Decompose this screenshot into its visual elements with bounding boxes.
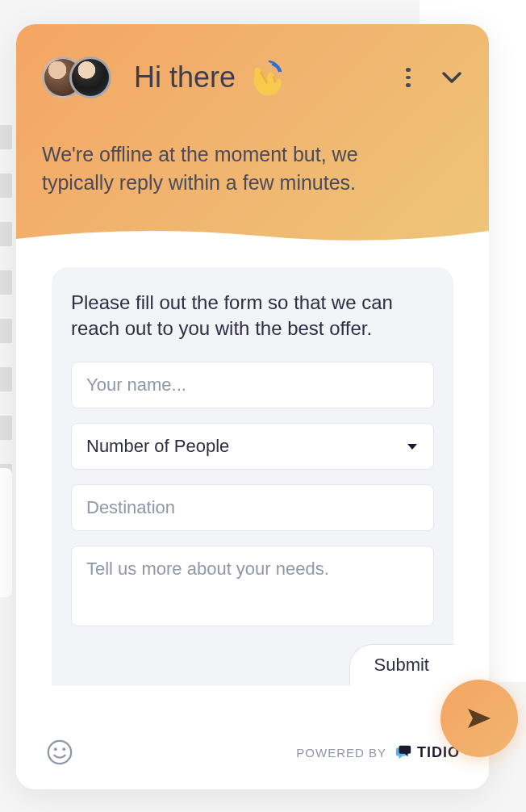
header-left: Hi there	[42, 57, 284, 98]
name-input[interactable]	[71, 362, 434, 408]
caret-down-icon	[406, 440, 419, 453]
status-message: We're offline at the moment but, we typi…	[42, 140, 463, 197]
wave-icon	[245, 58, 284, 97]
chat-body: Please fill out the form so that we can …	[16, 246, 489, 701]
form-intro-text: Please fill out the form so that we can …	[71, 290, 434, 342]
send-button[interactable]	[440, 680, 518, 757]
people-select[interactable]: Number of People	[71, 423, 434, 470]
greeting-text: Hi there	[134, 61, 236, 94]
form-message-bubble: Please fill out the form so that we can …	[52, 267, 453, 685]
powered-by[interactable]: POWERED BY TIDIO	[296, 743, 460, 761]
emoji-icon	[46, 739, 73, 766]
chat-header: Hi there	[16, 24, 489, 246]
needs-textarea[interactable]	[71, 546, 434, 626]
page-background-block	[0, 468, 12, 597]
wave-divider	[16, 224, 489, 247]
powered-by-label: POWERED BY	[296, 746, 386, 760]
people-select-label: Number of People	[86, 436, 229, 457]
destination-input[interactable]	[71, 484, 434, 531]
emoji-picker-button[interactable]	[45, 738, 74, 767]
header-top-row: Hi there	[42, 57, 463, 98]
svg-point-0	[48, 741, 71, 764]
menu-dots-icon[interactable]	[399, 68, 418, 87]
tidio-logo: TIDIO	[394, 743, 460, 761]
send-icon	[463, 702, 495, 735]
chat-footer: POWERED BY TIDIO	[16, 718, 489, 789]
avatar	[69, 57, 111, 98]
tidio-logo-icon	[394, 743, 412, 761]
greeting: Hi there	[134, 58, 284, 97]
chevron-down-icon[interactable]	[440, 66, 463, 89]
header-actions	[399, 66, 463, 89]
operator-avatars	[42, 57, 111, 98]
chat-widget: Hi there	[16, 24, 489, 789]
submit-button[interactable]: Submit	[349, 644, 453, 685]
submit-row: Submit	[52, 644, 453, 685]
svg-point-1	[54, 747, 57, 751]
svg-point-2	[62, 747, 65, 751]
